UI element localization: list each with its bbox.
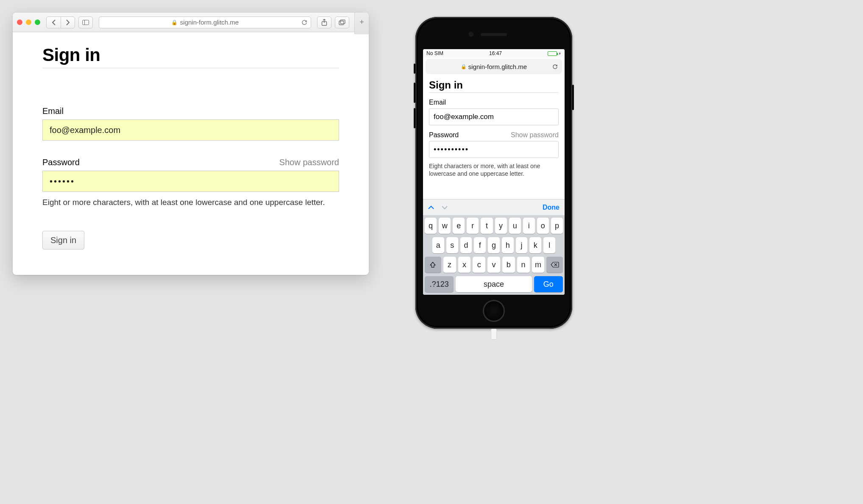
zoom-window-button[interactable] bbox=[35, 19, 40, 25]
forward-button[interactable] bbox=[61, 17, 75, 28]
chevron-down-icon bbox=[442, 205, 448, 210]
chevron-up-icon bbox=[428, 205, 434, 210]
safari-window: 🔒 signin-form.glitch.me + Sign in Email … bbox=[13, 13, 369, 275]
phone-camera bbox=[468, 32, 473, 37]
battery-icon bbox=[548, 51, 557, 56]
key-l[interactable]: l bbox=[543, 237, 555, 253]
address-bar-host: signin-form.glitch.me bbox=[180, 19, 239, 26]
space-key[interactable]: space bbox=[456, 276, 532, 292]
share-button[interactable] bbox=[317, 17, 331, 28]
keyboard-mode-switch[interactable]: .?123 bbox=[425, 276, 454, 292]
page-title: Sign in bbox=[42, 45, 339, 68]
soft-keyboard: qwertyuiop asdfghjkl zxcvbnm .?123 space… bbox=[423, 215, 565, 295]
key-s[interactable]: s bbox=[446, 237, 458, 253]
keyboard-done-button[interactable]: Done bbox=[543, 204, 560, 211]
signin-button[interactable]: Sign in bbox=[42, 231, 84, 249]
back-button[interactable] bbox=[46, 17, 61, 28]
mobile-page-content: Sign in Email Password Show password Eig… bbox=[423, 77, 565, 182]
keyboard-row-3: zxcvbnm bbox=[425, 257, 563, 273]
key-k[interactable]: k bbox=[529, 237, 541, 253]
mobile-address-bar[interactable]: 🔒 signin-form.glitch.me bbox=[426, 59, 562, 74]
key-h[interactable]: h bbox=[502, 237, 514, 253]
status-bar: No SIM 16:47 ⚡︎ bbox=[423, 49, 565, 58]
phone-screen: No SIM 16:47 ⚡︎ 🔒 signin-form.glitch.me … bbox=[423, 49, 565, 295]
key-q[interactable]: q bbox=[425, 218, 437, 234]
key-m[interactable]: m bbox=[532, 257, 545, 273]
phone-speaker bbox=[481, 33, 507, 36]
shift-icon bbox=[429, 261, 436, 268]
form-nav-arrows bbox=[428, 205, 448, 210]
plus-icon: + bbox=[359, 18, 364, 27]
window-controls bbox=[17, 19, 40, 25]
reload-button[interactable] bbox=[301, 19, 307, 25]
key-f[interactable]: f bbox=[474, 237, 486, 253]
mobile-password-label: Password bbox=[429, 131, 459, 139]
mobile-email-field: Email bbox=[429, 99, 559, 125]
keyboard-row-4: .?123 space Go bbox=[425, 276, 563, 292]
svg-rect-4 bbox=[340, 19, 345, 23]
status-battery: ⚡︎ bbox=[548, 51, 561, 56]
key-x[interactable]: x bbox=[458, 257, 471, 273]
mobile-password-input[interactable] bbox=[429, 141, 559, 158]
password-input[interactable] bbox=[42, 171, 339, 192]
key-o[interactable]: o bbox=[537, 218, 549, 234]
email-field-group: Email bbox=[42, 106, 339, 141]
key-u[interactable]: u bbox=[509, 218, 521, 234]
key-g[interactable]: g bbox=[488, 237, 500, 253]
email-input[interactable] bbox=[42, 119, 339, 141]
chevron-right-icon bbox=[66, 19, 70, 25]
lock-icon: 🔒 bbox=[171, 19, 178, 25]
chevron-left-icon bbox=[52, 19, 56, 25]
close-window-button[interactable] bbox=[17, 19, 22, 25]
mobile-email-input[interactable] bbox=[429, 108, 559, 125]
status-time: 16:47 bbox=[489, 50, 502, 56]
show-password-toggle[interactable]: Show password bbox=[279, 158, 339, 167]
mobile-show-password-toggle[interactable]: Show password bbox=[511, 131, 559, 139]
key-e[interactable]: e bbox=[453, 218, 465, 234]
key-w[interactable]: w bbox=[439, 218, 451, 234]
home-button[interactable] bbox=[483, 300, 505, 322]
keyboard-row-2: asdfghjkl bbox=[425, 237, 563, 253]
nav-buttons bbox=[46, 17, 75, 28]
minimize-window-button[interactable] bbox=[26, 19, 31, 25]
email-label: Email bbox=[42, 106, 64, 116]
lightning-cable bbox=[491, 329, 497, 340]
key-a[interactable]: a bbox=[432, 237, 444, 253]
form-next-button[interactable] bbox=[442, 205, 448, 210]
password-hint: Eight or more characters, with at least … bbox=[42, 198, 339, 207]
share-icon bbox=[321, 19, 327, 26]
key-b[interactable]: b bbox=[502, 257, 515, 273]
safari-toolbar: 🔒 signin-form.glitch.me + bbox=[13, 13, 369, 32]
mobile-reload-button[interactable] bbox=[552, 64, 558, 69]
key-z[interactable]: z bbox=[443, 257, 456, 273]
sidebar-button[interactable] bbox=[78, 17, 93, 28]
key-r[interactable]: r bbox=[467, 218, 479, 234]
key-d[interactable]: d bbox=[460, 237, 472, 253]
address-bar[interactable]: 🔒 signin-form.glitch.me bbox=[99, 17, 311, 28]
backspace-key[interactable] bbox=[546, 257, 563, 273]
go-key[interactable]: Go bbox=[534, 276, 563, 292]
key-y[interactable]: y bbox=[495, 218, 507, 234]
key-i[interactable]: i bbox=[523, 218, 535, 234]
mobile-address-host: signin-form.glitch.me bbox=[468, 63, 527, 70]
new-tab-button[interactable]: + bbox=[354, 13, 369, 34]
backspace-icon bbox=[551, 262, 559, 268]
key-p[interactable]: p bbox=[551, 218, 563, 234]
key-c[interactable]: c bbox=[473, 257, 485, 273]
key-t[interactable]: t bbox=[481, 218, 493, 234]
key-v[interactable]: v bbox=[487, 257, 500, 273]
tabs-button[interactable] bbox=[335, 17, 349, 28]
phone-body: No SIM 16:47 ⚡︎ 🔒 signin-form.glitch.me … bbox=[415, 17, 572, 329]
password-field-group: Password Show password Eight or more cha… bbox=[42, 158, 339, 207]
svg-rect-0 bbox=[83, 20, 89, 25]
charging-icon: ⚡︎ bbox=[558, 51, 561, 56]
iphone-device: No SIM 16:47 ⚡︎ 🔒 signin-form.glitch.me … bbox=[415, 17, 572, 329]
key-n[interactable]: n bbox=[517, 257, 530, 273]
key-j[interactable]: j bbox=[516, 237, 528, 253]
shift-key[interactable] bbox=[425, 257, 441, 273]
lock-icon: 🔒 bbox=[461, 64, 467, 69]
form-prev-button[interactable] bbox=[428, 205, 434, 210]
power-button bbox=[572, 85, 574, 110]
tabs-icon bbox=[339, 19, 345, 25]
page-content: Sign in Email Password Show password Eig… bbox=[13, 32, 369, 275]
